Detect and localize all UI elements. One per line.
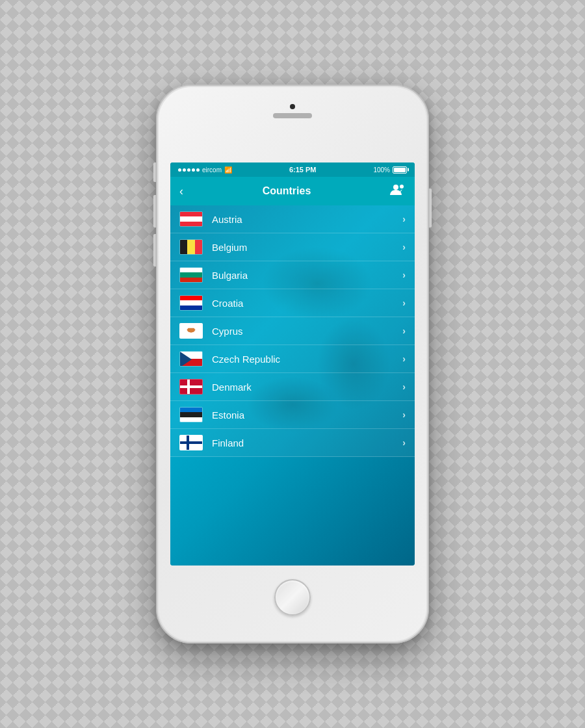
flag-belgium bbox=[179, 239, 203, 255]
chevron-icon-croatia: › bbox=[402, 298, 406, 308]
chevron-icon-czech-republic: › bbox=[402, 354, 406, 364]
flag-croatia bbox=[179, 295, 203, 311]
chevron-icon-finland: › bbox=[402, 437, 406, 448]
top-bezel bbox=[170, 99, 415, 162]
list-item[interactable]: Bulgaria › bbox=[170, 261, 415, 289]
signal-dot-4 bbox=[192, 168, 195, 172]
list-item[interactable]: Austria › bbox=[170, 205, 415, 233]
svg-point-0 bbox=[393, 185, 398, 190]
status-right: 100% bbox=[373, 166, 407, 174]
list-item[interactable]: Czech Republic › bbox=[170, 345, 415, 373]
chevron-icon-austria: › bbox=[402, 214, 406, 224]
volume-down-button bbox=[153, 234, 156, 266]
volume-up-button bbox=[153, 195, 156, 228]
list-item[interactable]: Croatia › bbox=[170, 289, 415, 317]
flag-bulgaria bbox=[179, 267, 203, 283]
signal-dot-5 bbox=[196, 168, 200, 172]
signal-strength bbox=[178, 168, 200, 172]
home-button[interactable] bbox=[274, 579, 311, 616]
phone-mockup: eircom 📶 6:15 PM 100% ‹ Countries bbox=[156, 84, 429, 644]
country-name-croatia: Croatia bbox=[212, 298, 402, 309]
flag-cyprus bbox=[179, 323, 203, 339]
battery-fill bbox=[394, 168, 406, 172]
users-icon[interactable] bbox=[390, 184, 406, 198]
chevron-icon-estonia: › bbox=[402, 410, 406, 420]
flag-estonia bbox=[179, 407, 203, 422]
country-name-belgium: Belgium bbox=[212, 242, 402, 253]
wifi-icon: 📶 bbox=[224, 166, 232, 174]
chevron-icon-denmark: › bbox=[402, 382, 406, 392]
flag-czech-republic bbox=[179, 351, 203, 367]
country-name-austria: Austria bbox=[212, 214, 402, 225]
mute-button bbox=[153, 162, 156, 182]
battery-icon bbox=[393, 166, 407, 174]
country-name-bulgaria: Bulgaria bbox=[212, 270, 402, 281]
front-camera bbox=[290, 104, 295, 109]
country-name-finland: Finland bbox=[212, 437, 402, 448]
navigation-bar: ‹ Countries bbox=[170, 177, 415, 205]
screen-content: eircom 📶 6:15 PM 100% ‹ Countries bbox=[170, 162, 415, 566]
svg-point-1 bbox=[400, 185, 404, 188]
country-name-estonia: Estonia bbox=[212, 410, 402, 421]
carrier-name: eircom bbox=[202, 166, 222, 174]
flag-austria bbox=[179, 211, 203, 227]
battery-percent: 100% bbox=[373, 166, 390, 174]
countries-list: Austria › Belgium › Bulgaria bbox=[170, 205, 415, 457]
country-name-denmark: Denmark bbox=[212, 382, 402, 393]
bottom-bezel bbox=[170, 566, 415, 629]
chevron-icon-belgium: › bbox=[402, 242, 406, 252]
power-button bbox=[429, 188, 432, 228]
status-left: eircom 📶 bbox=[178, 166, 232, 174]
signal-dot-3 bbox=[187, 168, 190, 172]
back-button[interactable]: ‹ bbox=[179, 185, 183, 198]
flag-denmark bbox=[179, 379, 203, 395]
chevron-icon-bulgaria: › bbox=[402, 270, 406, 280]
signal-dot-1 bbox=[178, 168, 181, 172]
country-name-czech-republic: Czech Republic bbox=[212, 354, 402, 365]
list-item[interactable]: Estonia › bbox=[170, 401, 415, 429]
phone-screen: eircom 📶 6:15 PM 100% ‹ Countries bbox=[170, 162, 415, 566]
list-item[interactable]: Cyprus › bbox=[170, 317, 415, 345]
signal-dot-2 bbox=[183, 168, 186, 172]
chevron-icon-cyprus: › bbox=[402, 326, 406, 336]
list-item[interactable]: Belgium › bbox=[170, 233, 415, 261]
status-time: 6:15 PM bbox=[289, 166, 317, 174]
country-name-cyprus: Cyprus bbox=[212, 326, 402, 337]
status-bar: eircom 📶 6:15 PM 100% bbox=[170, 162, 415, 177]
flag-finland bbox=[179, 435, 203, 450]
page-title: Countries bbox=[263, 185, 311, 197]
earpiece-speaker bbox=[273, 113, 312, 118]
list-item[interactable]: Denmark › bbox=[170, 373, 415, 401]
list-item[interactable]: Finland › bbox=[170, 429, 415, 457]
